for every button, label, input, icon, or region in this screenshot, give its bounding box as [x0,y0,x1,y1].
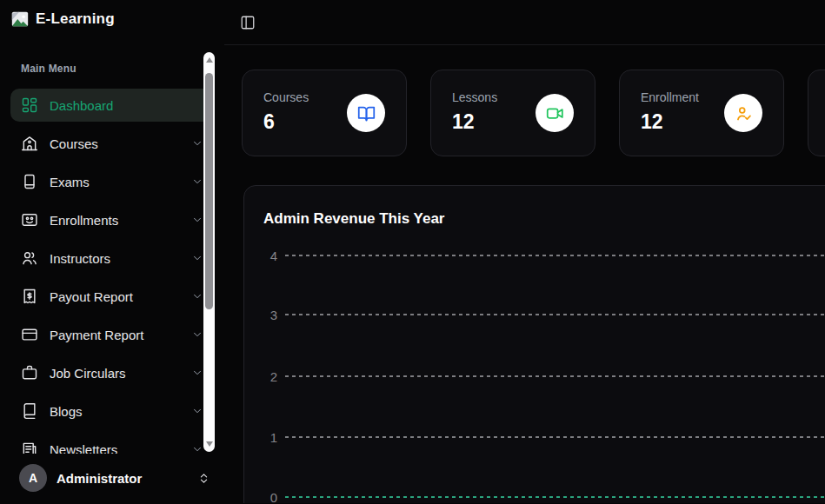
sidebar-item-label: Courses [50,136,98,151]
gridline-row: 1 [263,428,825,446]
stat-info: Enrollment 12 [641,90,699,136]
dashboard-content: Courses 6 Lessons 12 [224,45,825,503]
sidebar-toggle-button[interactable] [238,13,257,32]
chevron-down-icon [191,290,203,302]
chevron-down-icon [191,328,203,341]
broken-image-icon [10,10,30,29]
app-title: E-Learning [36,10,115,28]
y-axis-tick: 4 [263,249,277,263]
school-icon [21,135,38,152]
sidebar-item-label: Enrollments [50,213,118,228]
chart-title: Admin Revenue This Year [263,210,825,228]
book-open-icon [347,94,385,132]
sidebar-item-dashboard[interactable]: Dashboard [10,89,214,122]
scrollbar-thumb[interactable] [205,73,213,309]
stat-cards-row: Courses 6 Lessons 12 [242,70,825,156]
sidebar-item-exams[interactable]: Exams [21,162,203,201]
tablet-book-icon [21,173,38,190]
panel-left-icon [240,15,256,30]
stat-label: Enrollment [641,90,699,104]
sidebar-item-label: Instructors [50,251,110,266]
briefcase-icon [21,364,38,381]
revenue-chart-card: Admin Revenue This Year 4 3 2 1 0 [243,185,825,503]
sidebar-item-label: Exams [50,175,90,189]
sidebar-item-label: Job Circulars [50,366,126,381]
chevron-down-icon [191,252,203,264]
y-axis-tick: 2 [263,369,277,384]
topbar [224,0,825,45]
chevron-down-icon [191,443,203,454]
stat-label: Courses [263,90,309,104]
stat-label: Lessons [452,90,497,104]
gridline [285,255,825,256]
scroll-up-arrow-icon[interactable] [206,57,213,63]
sidebar-item-newsletters[interactable]: Newsletters [21,430,203,454]
sidebar-item-payout-report[interactable]: Payout Report [21,277,203,315]
users-icon [21,249,38,267]
gridline [285,314,825,315]
app-logo: E-Learning [0,0,224,38]
chevron-down-icon [191,367,203,379]
layout-dashboard-icon [21,96,38,114]
chevron-down-icon [191,176,203,188]
avatar: A [19,464,47,492]
sidebar-item-instructors[interactable]: Instructors [21,239,203,277]
sidebar-item-enrollments[interactable]: Enrollments [21,201,203,239]
gridline-row: 4 [263,247,825,264]
sidebar-item-label: Dashboard [50,98,113,113]
sidebar-item-label: Blogs [50,404,83,419]
sidebar-item-label: Newsletters [50,442,117,454]
user-name: Administrator [57,471,142,486]
y-axis-tick: 0 [263,490,277,504]
chevron-down-icon [191,214,203,226]
newspaper-icon [21,441,38,454]
sidebar-item-blogs[interactable]: Blogs [21,392,203,430]
video-camera-icon [536,94,574,132]
sidebar-item-label: Payout Report [50,289,133,304]
chevron-down-icon [191,405,203,417]
chevron-down-icon [191,137,203,149]
sidebar-item-payment-report[interactable]: Payment Report [21,315,203,354]
revenue-zero-line [285,496,825,498]
sidebar-item-label: Payment Report [50,328,143,342]
gridline [285,375,825,377]
stat-value: 6 [263,110,309,134]
chevrons-up-down-icon [197,472,210,485]
gridline-row-zero: 0 [263,488,825,503]
gridline-row: 3 [263,306,825,323]
sidebar-item-courses[interactable]: Courses [21,124,203,162]
stat-value: 12 [452,110,497,134]
receipt-dollar-icon [21,288,38,305]
gridline-row: 2 [263,368,825,385]
sidebar-menu: Main Menu Dashboard Courses [0,49,224,454]
user-menu-button[interactable]: A Administrator [19,462,210,494]
stat-card-courses: Courses 6 [242,70,407,156]
book-icon [21,402,38,420]
sidebar-item-job-circulars[interactable]: Job Circulars [21,354,203,392]
scroll-down-arrow-icon[interactable] [206,441,213,447]
menu-section-label: Main Menu [21,63,203,75]
stat-card-partial [808,70,825,156]
stat-card-lessons: Lessons 12 [430,70,595,156]
stat-value: 12 [641,110,699,134]
user-check-icon [724,94,762,132]
id-card-icon [21,211,38,229]
gridline [285,436,825,438]
stat-card-enrollment: Enrollment 12 [619,70,784,156]
stat-info: Courses 6 [263,90,309,136]
main-area: Courses 6 Lessons 12 [224,0,825,504]
y-axis-tick: 1 [263,430,277,445]
sidebar-scrollbar[interactable] [203,52,215,452]
y-axis-tick: 3 [263,308,277,322]
sidebar: E-Learning Main Menu Dashboard Courses [0,0,224,504]
credit-card-icon [21,326,38,343]
stat-info: Lessons 12 [452,90,497,136]
